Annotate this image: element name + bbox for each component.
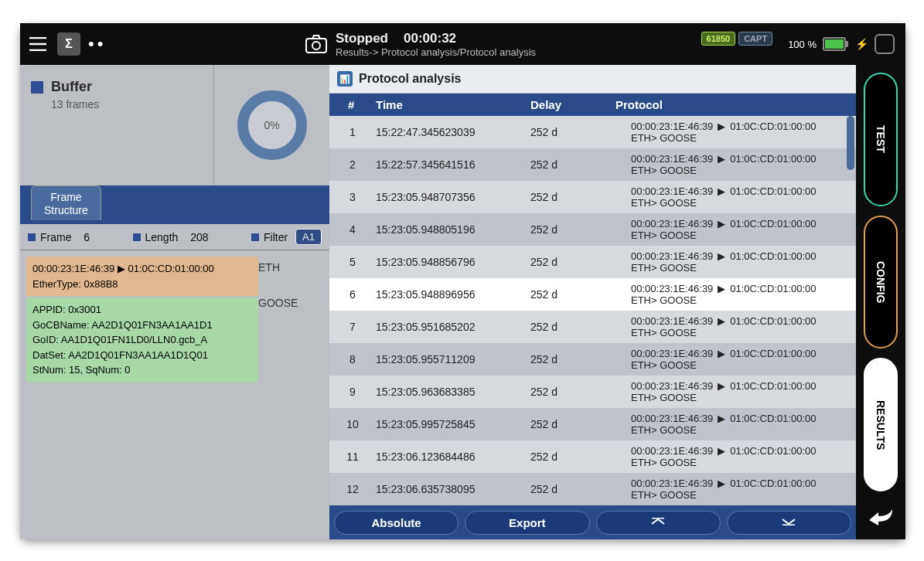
table-row[interactable]: 415:23:05.948805196252 d00:00:23:1E:46:3… [329, 213, 856, 246]
table-row[interactable]: 515:23:05.948856796252 d00:00:23:1E:46:3… [329, 246, 856, 278]
cell-time: 15:23:05.948896956 [376, 288, 530, 301]
cell-delay: 252 d [530, 158, 608, 171]
eth-ethertype: EtherType: 0x88B8 [32, 277, 252, 292]
status-block: Stopped 00:00:32 61850 CAPT Results-> Pr… [336, 31, 788, 58]
goose-appid: APPID: 0x3001 [32, 302, 252, 318]
frame-meta-row: Frame 6 Length 208 Filter A1 [20, 224, 329, 250]
buffer-frame-count: 13 frames [51, 98, 203, 110]
battery-icon [823, 37, 849, 51]
svg-rect-5 [652, 518, 664, 519]
cell-delay: 252 d [530, 450, 608, 463]
table-row[interactable]: 315:23:05.948707356252 d00:00:23:1E:46:3… [329, 181, 856, 213]
table-row[interactable]: 115:22:47.345623039252 d00:00:23:1E:46:3… [329, 116, 856, 148]
camera-icon[interactable] [305, 34, 328, 54]
cell-protocol: 00:00:23:1E:46:39▶01:0C:CD:01:00:00ETH> … [608, 216, 856, 243]
th-time: Time [376, 98, 530, 111]
back-arrow-icon[interactable] [864, 501, 898, 532]
topbar: Σ •• Stopped 00:00:32 61850 CAPT Results… [20, 23, 905, 65]
eth-mac-line: 00:00:23:1E:46:39 ▶ 01:0C:CD:01:00:00 [32, 261, 252, 277]
table-body[interactable]: 115:22:47.345623039252 d00:00:23:1E:46:3… [329, 116, 856, 506]
capture-status: Stopped [336, 31, 388, 46]
cell-protocol: 00:00:23:1E:46:39▶01:0C:CD:01:00:00ETH> … [608, 476, 856, 502]
table-row[interactable]: 1015:23:05.995725845252 d00:00:23:1E:46:… [329, 408, 856, 440]
th-index: # [329, 98, 376, 111]
eth-block[interactable]: 00:00:23:1E:46:39 ▶ 01:0C:CD:01:00:00 Et… [26, 257, 258, 296]
cell-time: 15:23:06.635738095 [376, 483, 530, 495]
goose-datset: DatSet: AA2D1Q01FN3AA1AA1D1Q01 [32, 348, 252, 363]
cell-index: 12 [329, 483, 376, 495]
cell-time: 15:23:05.948707356 [376, 191, 530, 203]
cell-protocol: 00:00:23:1E:46:39▶01:0C:CD:01:00:00ETH> … [608, 184, 856, 210]
cell-protocol: 00:00:23:1E:46:39▶01:0C:CD:01:00:00ETH> … [608, 281, 856, 308]
table-row[interactable]: 1215:23:06.635738095252 d00:00:23:1E:46:… [329, 473, 856, 505]
device-frame: Σ •• Stopped 00:00:32 61850 CAPT Results… [20, 23, 905, 539]
goose-stnum: StNum: 15, SqNum: 0 [32, 362, 252, 378]
donut-percent: 0% [264, 119, 279, 131]
buffer-color-swatch [31, 81, 43, 94]
sidebar-results[interactable]: RESULTS [864, 358, 898, 491]
side-nav: TEST CONFIG RESULTS [856, 65, 905, 539]
th-protocol: Protocol [608, 98, 856, 111]
cell-protocol: 00:00:23:1E:46:39▶01:0C:CD:01:00:00ETH> … [608, 444, 856, 470]
scrollbar-thumb[interactable] [847, 116, 854, 170]
table-row[interactable]: 615:23:05.948896956252 d00:00:23:1E:46:3… [329, 278, 856, 311]
svg-rect-4 [846, 41, 848, 47]
more-icon[interactable]: •• [88, 34, 106, 54]
cell-protocol: 00:00:23:1E:46:39▶01:0C:CD:01:00:00ETH> … [608, 411, 856, 437]
cell-index: 3 [329, 191, 376, 203]
cell-delay: 252 d [530, 223, 608, 236]
meta-length-label: Length [145, 231, 179, 243]
cell-delay: 252 d [530, 483, 608, 495]
cell-index: 4 [329, 223, 376, 236]
goose-gocb: GoCBName: AA2D1Q01FN3AA1AA1D1 [32, 318, 252, 333]
cell-delay: 252 d [530, 288, 608, 301]
badge-capt: CAPT [738, 32, 772, 46]
table-row[interactable]: 915:23:05.963683385252 d00:00:23:1E:46:3… [329, 376, 856, 408]
top-checkbox[interactable] [875, 34, 895, 54]
svg-rect-6 [783, 525, 795, 526]
cell-index: 9 [329, 386, 376, 398]
cell-delay: 252 d [530, 256, 608, 268]
battery-percent: 100 % [788, 39, 817, 50]
scroll-up-button[interactable] [596, 511, 721, 535]
table-header: # Time Delay Protocol [329, 94, 856, 116]
table-row[interactable]: 1115:23:06.123684486252 d00:00:23:1E:46:… [329, 440, 856, 473]
menu-icon[interactable] [26, 32, 49, 56]
cell-protocol: 00:00:23:1E:46:39▶01:0C:CD:01:00:00ETH> … [608, 119, 856, 145]
absolute-button[interactable]: Absolute [334, 511, 459, 535]
tab-frame-structure[interactable]: Frame Structure [31, 185, 101, 220]
table-row[interactable]: 715:23:05.951685202252 d00:00:23:1E:46:3… [329, 311, 856, 343]
buffer-title: Buffer [51, 79, 92, 95]
breadcrumb: Results-> Protocol analysis/Protocol ana… [336, 46, 788, 58]
th-delay: Delay [530, 98, 608, 111]
meta-frame-val: 6 [84, 231, 90, 243]
cell-delay: 252 d [530, 321, 608, 333]
cell-protocol: 00:00:23:1E:46:39▶01:0C:CD:01:00:00ETH> … [608, 379, 856, 405]
scroll-down-button[interactable] [727, 511, 851, 535]
cell-time: 15:23:05.948856796 [376, 256, 530, 268]
right-panel: 📊 Protocol analysis # Time Delay Protoco… [329, 65, 856, 539]
table-row[interactable]: 815:23:05.955711209252 d00:00:23:1E:46:3… [329, 343, 856, 376]
cell-time: 15:23:05.948805196 [376, 223, 530, 236]
sidebar-test[interactable]: TEST [864, 73, 898, 206]
panel-title: Protocol analysis [359, 72, 462, 86]
cell-delay: 252 d [530, 126, 608, 138]
export-button[interactable]: Export [465, 511, 589, 535]
analysis-icon: 📊 [337, 71, 353, 87]
cell-time: 15:22:47.345623039 [376, 126, 530, 138]
meta-filter-label: Filter [264, 231, 288, 243]
cell-time: 15:23:05.995725845 [376, 418, 530, 430]
cell-time: 15:23:06.123684486 [376, 450, 530, 463]
cell-protocol: 00:00:23:1E:46:39▶01:0C:CD:01:00:00ETH> … [608, 346, 856, 372]
cell-index: 5 [329, 256, 376, 268]
goose-goid: GoID: AA1D1Q01FN1LD0/LLN0.gcb_A [32, 332, 252, 348]
cell-delay: 252 d [530, 418, 608, 430]
sigma-icon[interactable]: Σ [57, 32, 80, 56]
goose-block[interactable]: APPID: 0x3001 GoCBName: AA2D1Q01FN3AA1AA… [26, 298, 258, 382]
filter-badge[interactable]: A1 [295, 229, 322, 245]
cell-index: 7 [329, 321, 376, 333]
cell-time: 15:23:05.951685202 [376, 321, 530, 333]
table-row[interactable]: 215:22:57.345641516252 d00:00:23:1E:46:3… [329, 148, 856, 181]
svg-point-1 [312, 42, 320, 49]
sidebar-config[interactable]: CONFIG [864, 216, 898, 349]
